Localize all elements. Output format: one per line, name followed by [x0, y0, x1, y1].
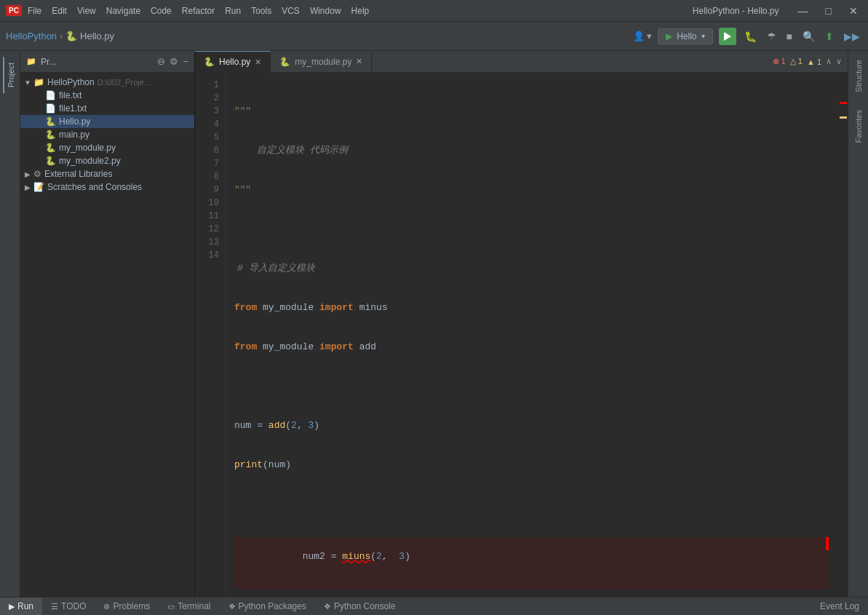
tree-item-2[interactable]: 🐍 Hello.py — [20, 115, 194, 128]
sidebar-tab-project[interactable]: Project — [3, 57, 17, 93]
code-editor[interactable]: """ 自定义模块 代码示例 """ # 导入自定义模块 from my_mod… — [226, 73, 837, 597]
editor-tab-hello[interactable]: 🐍 Hello.py ✕ — [195, 51, 271, 72]
settings-icon[interactable]: ⚙ — [170, 56, 178, 67]
minimize-button[interactable]: — — [794, 4, 813, 18]
project-panel: 📁 Pr... ⊖ ⚙ − ▼ 📁 HelloPython D:\002_Pro… — [20, 51, 195, 597]
collapse-icon[interactable]: ∨ — [836, 57, 842, 66]
tree-root[interactable]: ▼ 📁 HelloPython D:\002_Proje... — [20, 76, 194, 89]
tab-label-0: Hello.py — [219, 57, 250, 67]
collapse-all-icon[interactable]: ⊖ — [157, 56, 165, 67]
close-button[interactable]: ✕ — [845, 4, 862, 18]
menu-file[interactable]: File — [28, 6, 41, 16]
main-area: Project 📁 Pr... ⊖ ⚙ − ▼ 📁 HelloPython D:… — [0, 51, 868, 597]
tree-arrow-scratches: ▶ — [23, 183, 32, 191]
vcs-icon[interactable]: 👤 ▾ — [633, 31, 653, 41]
error-stripe-1 — [840, 102, 847, 104]
code-line-11 — [234, 498, 829, 511]
bottom-tab-eventlog[interactable]: Event Log — [811, 598, 868, 615]
bottom-tab-todo[interactable]: ☰ TODO — [42, 598, 95, 615]
tree-arrow-root: ▼ — [23, 79, 32, 87]
menu-vcs[interactable]: VCS — [282, 6, 300, 16]
tree-label-0: file.txt — [59, 90, 81, 100]
tree-file-icon-3: 🐍 — [45, 130, 56, 140]
error-gutter-12 — [826, 537, 829, 550]
code-line-3: """ — [234, 183, 829, 197]
svg-marker-0 — [724, 32, 731, 41]
breadcrumb-root[interactable]: HelloPython — [6, 31, 57, 41]
menu-view[interactable]: View — [77, 6, 96, 16]
window-title: HelloPython - Hello.py — [693, 6, 779, 16]
tree-label-4: my_module.py — [59, 143, 116, 153]
run-config-selector[interactable]: ▶ Hello ▾ — [658, 28, 712, 44]
tree-item-0[interactable]: 📄 file.txt — [20, 89, 194, 102]
tree-item-5[interactable]: 🐍 my_module2.py — [20, 154, 194, 167]
menu-window[interactable]: Window — [310, 6, 341, 16]
menu-edit[interactable]: Edit — [52, 6, 67, 16]
tree-item-4[interactable]: 🐍 my_module.py — [20, 141, 194, 154]
tree-item-external[interactable]: ▶ ⚙ External Libraries — [20, 167, 194, 180]
tree-label-scratches: Scratches and Consoles — [47, 182, 142, 192]
sidebar-tab-favorites[interactable]: Favorites — [852, 104, 865, 148]
app-logo: PC — [6, 5, 22, 16]
project-header-icons: ⊖ ⚙ − — [157, 56, 188, 67]
project-header-title: Pr... — [41, 57, 153, 67]
tree-root-path: D:\002_Proje... — [97, 78, 151, 87]
editor-scrollbar — [837, 73, 848, 597]
bottom-tab-pyconsole-label: Python Console — [334, 601, 396, 611]
tree-file-icon-1: 📄 — [45, 103, 56, 114]
tree-file-icon-4: 🐍 — [45, 143, 56, 153]
menu-bar[interactable]: File Edit View Navigate Code Refactor Ru… — [28, 6, 678, 16]
toolbar-right: 👤 ▾ ▶ Hello ▾ 🐛 ☂ ■ 🔍 ⬆ ▶▶ — [633, 28, 862, 45]
menu-code[interactable]: Code — [151, 6, 172, 16]
bottom-tab-problems-label: Problems — [113, 601, 150, 611]
eventlog-label: Event Log — [820, 601, 859, 611]
menu-help[interactable]: Help — [351, 6, 370, 16]
bottom-tab-pypackages[interactable]: ❖ Python Packages — [220, 598, 315, 615]
tab-close-0[interactable]: ✕ — [255, 57, 261, 67]
maximize-button[interactable]: □ — [821, 4, 836, 18]
left-sidebar-tabs: Project — [0, 51, 20, 597]
breadcrumb-separator: › — [60, 31, 63, 41]
hide-icon[interactable]: − — [183, 56, 188, 67]
error-count: ⊗ 1 — [773, 57, 786, 66]
tree-item-scratches[interactable]: ▶ 📝 Scratches and Consoles — [20, 180, 194, 194]
code-line-9: num = add(2, 3) — [234, 419, 829, 432]
bottom-tab-run[interactable]: ▶ Run — [0, 598, 42, 615]
menu-navigate[interactable]: Navigate — [106, 6, 140, 16]
menu-tools[interactable]: Tools — [251, 6, 271, 16]
warn-stripe-1 — [840, 116, 847, 119]
stop-button[interactable]: ■ — [784, 28, 795, 44]
window-controls[interactable]: — □ ✕ — [794, 4, 862, 18]
tab-close-1[interactable]: ✕ — [356, 57, 362, 66]
problems-tab-icon: ⊗ — [103, 602, 110, 611]
update-button[interactable]: ⬆ — [823, 28, 836, 44]
tree-item-1[interactable]: 📄 file1.txt — [20, 102, 194, 115]
tree-label-5: my_module2.py — [59, 156, 121, 166]
editor-area: 🐍 Hello.py ✕ 🐍 my_module.py ✕ ⊗ 1 △ 1 ▲ … — [195, 51, 848, 597]
run-button[interactable] — [719, 28, 736, 45]
tree-arrow-external: ▶ — [23, 170, 32, 178]
bottom-tab-pyconsole[interactable]: ❖ Python Console — [315, 598, 405, 615]
folder-icon: 📁 — [26, 57, 36, 66]
forward-button[interactable]: ▶▶ — [842, 28, 862, 44]
search-button[interactable]: 🔍 — [800, 28, 817, 44]
code-line-4 — [234, 223, 829, 236]
info-count: ▲ 1 — [807, 57, 821, 66]
pypackages-tab-icon: ❖ — [228, 602, 236, 611]
sidebar-tab-structure[interactable]: Structure — [852, 54, 865, 98]
right-sidebar-tabs: Structure Favorites — [848, 51, 868, 597]
bottom-tab-problems[interactable]: ⊗ Problems — [95, 598, 159, 615]
editor-tab-mymodule[interactable]: 🐍 my_module.py ✕ — [271, 51, 372, 72]
expand-icon[interactable]: ∧ — [826, 57, 832, 66]
editor-run-column: 🐍 Hello.py ✕ 🐍 my_module.py ✕ ⊗ 1 △ 1 ▲ … — [195, 51, 848, 597]
debug-button[interactable]: 🐛 — [742, 28, 759, 44]
code-line-5: # 导入自定义模块 — [234, 262, 829, 275]
menu-refactor[interactable]: Refactor — [182, 6, 215, 16]
tree-item-3[interactable]: 🐍 main.py — [20, 128, 194, 141]
editor-content[interactable]: 1234 5678 9101112 1314 """ 自定义模块 代码示例 ""… — [195, 73, 848, 597]
bottom-tab-terminal[interactable]: ▭ Terminal — [159, 598, 219, 615]
coverage-button[interactable]: ☂ — [765, 28, 779, 44]
tree-folder-icon-root: 📁 — [33, 77, 44, 87]
code-line-10: print(num) — [234, 459, 829, 472]
menu-run[interactable]: Run — [225, 6, 241, 16]
